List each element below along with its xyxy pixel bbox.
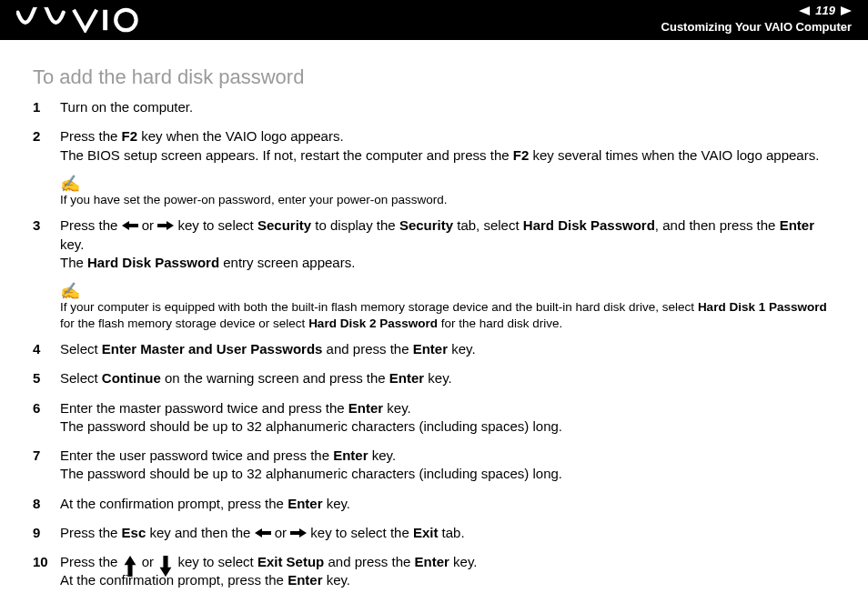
arrow-left-icon bbox=[122, 219, 138, 232]
step-body: Press the or key to select Exit Setup an… bbox=[60, 553, 835, 590]
note-icon: ✍ bbox=[60, 176, 835, 192]
step-body: Enter the user password twice and press … bbox=[60, 447, 835, 484]
step-3: 3 Press the or key to select Security to… bbox=[33, 216, 835, 272]
svg-marker-2 bbox=[799, 6, 810, 15]
content-area: To add the hard disk password 1 Turn on … bbox=[0, 40, 868, 590]
step-8: 8 At the confirmation prompt, press the … bbox=[33, 495, 835, 513]
step-4: 4 Select Enter Master and User Passwords… bbox=[33, 340, 835, 358]
header-bar: 119 Customizing Your VAIO Computer bbox=[0, 0, 868, 40]
step-text: Press the Esc key and then the or key to… bbox=[60, 524, 835, 542]
svg-rect-15 bbox=[164, 556, 168, 568]
steps-list: 1 Turn on the computer. 2 Press the F2 k… bbox=[33, 98, 835, 590]
step-body: Turn on the computer. bbox=[60, 98, 835, 116]
note-1: ✍ If you have set the power-on password,… bbox=[60, 176, 835, 208]
step-text: Enter the master password twice and pres… bbox=[60, 399, 835, 437]
step-number: 3 bbox=[33, 216, 60, 272]
step-text: Press the or key to select Security to d… bbox=[60, 216, 835, 272]
step-number: 7 bbox=[33, 447, 60, 484]
note-icon: ✍ bbox=[60, 283, 835, 299]
arrow-right-icon bbox=[157, 219, 174, 232]
arrow-right-icon bbox=[290, 527, 307, 539]
step-number: 1 bbox=[33, 98, 60, 116]
step-body: Press the Esc key and then the or key to… bbox=[60, 524, 835, 542]
step-number: 9 bbox=[33, 524, 60, 542]
svg-marker-8 bbox=[255, 528, 262, 538]
svg-rect-5 bbox=[128, 224, 138, 227]
nav-prev-icon[interactable] bbox=[799, 6, 810, 15]
step-text: Press the or key to select Exit Setup an… bbox=[60, 553, 835, 590]
step-body: Select Enter Master and User Passwords a… bbox=[60, 340, 835, 358]
step-body: At the confirmation prompt, press the En… bbox=[60, 495, 835, 513]
note-text: If you have set the power-on password, e… bbox=[60, 193, 447, 206]
step-number: 6 bbox=[33, 399, 60, 437]
step-body: Press the F2 key when the VAIO logo appe… bbox=[60, 127, 835, 165]
step-number: 5 bbox=[33, 369, 60, 387]
svg-marker-12 bbox=[124, 556, 136, 565]
step-9: 9 Press the Esc key and then the or key … bbox=[33, 524, 835, 542]
svg-rect-0 bbox=[103, 10, 107, 30]
step-body: Press the or key to select Security to d… bbox=[60, 216, 835, 272]
step-number: 4 bbox=[33, 340, 60, 358]
arrow-left-icon bbox=[255, 527, 271, 539]
step-text: Enter the user password twice and press … bbox=[60, 447, 835, 484]
note-text: If your computer is equipped with both t… bbox=[60, 300, 827, 330]
step-text: Turn on the computer. bbox=[60, 98, 835, 116]
svg-rect-11 bbox=[290, 531, 300, 535]
step-10: 10 Press the or key to select Exit Setup… bbox=[33, 553, 835, 590]
svg-rect-9 bbox=[261, 531, 271, 535]
step-body: Select Continue on the warning screen an… bbox=[60, 369, 835, 387]
step-number: 2 bbox=[33, 127, 60, 165]
step-2: 2 Press the F2 key when the VAIO logo ap… bbox=[33, 127, 835, 165]
step-text: At the confirmation prompt, press the En… bbox=[60, 495, 835, 513]
step-text: Press the F2 key when the VAIO logo appe… bbox=[60, 127, 835, 165]
svg-marker-10 bbox=[299, 528, 307, 538]
note-2: ✍ If your computer is equipped with both… bbox=[60, 283, 835, 331]
step-7: 7 Enter the user password twice and pres… bbox=[33, 447, 835, 484]
breadcrumb: Customizing Your VAIO Computer bbox=[661, 20, 852, 34]
step-6: 6 Enter the master password twice and pr… bbox=[33, 399, 835, 437]
svg-point-1 bbox=[116, 10, 136, 30]
svg-marker-3 bbox=[841, 6, 852, 15]
page-nav: 119 bbox=[799, 4, 852, 17]
section-title: To add the hard disk password bbox=[33, 65, 835, 89]
svg-rect-7 bbox=[157, 224, 167, 227]
step-text: Select Enter Master and User Passwords a… bbox=[60, 340, 835, 358]
step-1: 1 Turn on the computer. bbox=[33, 98, 835, 116]
vaio-logo bbox=[16, 7, 144, 33]
svg-marker-4 bbox=[122, 221, 129, 230]
step-number: 8 bbox=[33, 495, 60, 513]
step-number: 10 bbox=[33, 553, 60, 590]
arrow-down-icon bbox=[157, 556, 174, 568]
step-text: Select Continue on the warning screen an… bbox=[60, 369, 835, 387]
page-number: 119 bbox=[815, 4, 835, 17]
arrow-up-icon bbox=[122, 556, 138, 568]
nav-next-icon[interactable] bbox=[841, 6, 852, 15]
step-body: Enter the master password twice and pres… bbox=[60, 399, 835, 437]
step-5: 5 Select Continue on the warning screen … bbox=[33, 369, 835, 387]
